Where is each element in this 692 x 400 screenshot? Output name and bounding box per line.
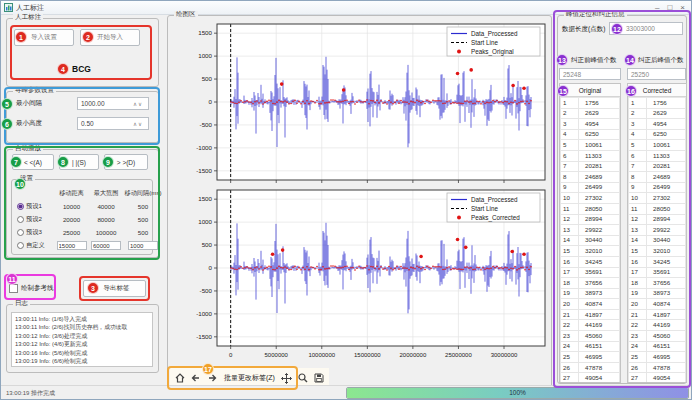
table-row[interactable]: 1027302 <box>561 193 620 204</box>
table-row[interactable]: 46250 <box>561 129 620 140</box>
svg-text:1000: 1000 <box>198 218 212 225</box>
custom-interval-input[interactable] <box>128 241 158 250</box>
preset2-range: 80000 <box>89 216 123 223</box>
table-row[interactable]: 1938973 <box>561 288 620 299</box>
table-row[interactable]: 1128050 <box>629 203 686 214</box>
table-row[interactable]: 1837656 <box>629 278 686 289</box>
table-row[interactable]: 720281 <box>629 161 686 172</box>
table-row[interactable]: 2446151 <box>629 341 686 352</box>
table-row[interactable]: 22629 <box>561 108 620 119</box>
table-row[interactable]: 2647878 <box>629 362 686 373</box>
table-row[interactable]: 824689 <box>561 172 620 183</box>
pan-icon[interactable] <box>281 372 293 384</box>
table-row[interactable]: 2647878 <box>561 362 620 373</box>
table-row[interactable]: 1329922 <box>561 225 620 236</box>
minimize-button[interactable]: – <box>655 4 659 12</box>
ref-line-checkbox[interactable] <box>9 284 18 293</box>
svg-text:20000000: 20000000 <box>400 352 427 358</box>
min-interval-spinner[interactable]: ∧∨ <box>133 101 143 107</box>
save-icon[interactable] <box>313 372 325 384</box>
table-row[interactable]: 1634245 <box>561 256 620 267</box>
table-row[interactable]: 1430440 <box>561 235 620 246</box>
table-row[interactable]: 1228994 <box>561 214 620 225</box>
table-row[interactable]: 510061 <box>561 140 620 151</box>
custom-distance-input[interactable] <box>57 241 87 250</box>
table-row[interactable]: 1634245 <box>629 256 686 267</box>
svg-text:Start Line: Start Line <box>471 205 498 212</box>
chart-bottom[interactable]: -1500-1000-50005001000150005000000100000… <box>184 185 549 363</box>
table-row[interactable]: 611303 <box>561 150 620 161</box>
custom-radio[interactable] <box>17 242 24 249</box>
table-row[interactable]: 46250 <box>629 129 686 140</box>
svg-text:10000000: 10000000 <box>308 352 335 358</box>
chart-top[interactable]: -1500-1000-500050010001500Data_Processed… <box>184 19 549 183</box>
table-row[interactable]: 1938973 <box>629 288 686 299</box>
corrected-table[interactable]: Corrected 117562262934954462505100616113… <box>627 83 687 383</box>
table-row[interactable]: 1532010 <box>561 246 620 257</box>
table-row[interactable]: 1228994 <box>629 214 686 225</box>
custom-range-input[interactable] <box>91 241 121 250</box>
original-table-header: Original <box>560 84 620 97</box>
table-row[interactable]: 1735691 <box>629 267 686 278</box>
close-button[interactable]: × <box>680 4 685 12</box>
table-row[interactable]: 34954 <box>561 119 620 130</box>
table-row[interactable]: 22629 <box>629 108 686 119</box>
min-height-spinner[interactable]: ∧∨ <box>133 121 143 127</box>
table-row[interactable]: 2546995 <box>561 352 620 363</box>
table-row[interactable]: 1837656 <box>561 278 620 289</box>
min-interval-label: 最小间隔 <box>16 100 42 107</box>
settings-header-distance: 移动距离 <box>54 189 89 198</box>
table-row[interactable]: 2040874 <box>629 299 686 310</box>
table-row[interactable]: 1329922 <box>629 225 686 236</box>
preset3-radio[interactable] <box>17 229 24 236</box>
home-icon[interactable] <box>174 372 186 384</box>
original-table[interactable]: Original 1175622629349544625051006161130… <box>559 83 621 383</box>
table-row[interactable]: 720281 <box>561 161 620 172</box>
table-row[interactable]: 1128050 <box>561 203 620 214</box>
table-row[interactable]: 611303 <box>629 150 686 161</box>
table-row[interactable]: 2040874 <box>561 299 620 310</box>
maximize-button[interactable]: □ <box>667 4 672 12</box>
table-row[interactable]: 926499 <box>629 182 686 193</box>
plot-group-title: 绘图区 <box>174 11 198 18</box>
table-row[interactable]: 34954 <box>629 119 686 130</box>
badge-5: 5 <box>1 98 13 110</box>
post-count-label: 纠正后峰值个数 <box>638 57 684 64</box>
corrected-table-body: 1175622629349544625051006161130372028182… <box>629 98 686 384</box>
svg-text:1500: 1500 <box>198 195 212 202</box>
log-list[interactable]: 13:00:11 Info: (1/6)导入完成13:00:11 Info: (… <box>11 312 153 367</box>
badge-12: 12 <box>611 23 623 35</box>
back-arrow-icon[interactable] <box>190 372 202 384</box>
table-row[interactable]: 1735691 <box>561 267 620 278</box>
settings-header-range: 最大范围 <box>89 189 123 198</box>
status-bar: 13:00:19 操作完成 100% <box>1 385 691 399</box>
table-row[interactable]: 824689 <box>629 172 686 183</box>
table-row[interactable]: 2345060 <box>561 331 620 342</box>
table-row[interactable]: 926499 <box>561 182 620 193</box>
table-row[interactable]: 2141897 <box>629 309 686 320</box>
post-count-field: 25250 <box>627 68 686 80</box>
batch-change-labels-button[interactable]: 批量更改标签(Z) <box>222 373 277 383</box>
table-row[interactable]: 1532010 <box>629 246 686 257</box>
ref-line-checkbox-row[interactable]: 绘制参考线 <box>9 284 54 293</box>
table-row[interactable]: 2749054 <box>629 373 686 383</box>
table-row[interactable]: 11756 <box>561 98 620 109</box>
table-row[interactable]: 2749054 <box>561 373 620 383</box>
table-row[interactable]: 2244169 <box>561 320 620 331</box>
table-row[interactable]: 1430440 <box>629 235 686 246</box>
zoom-icon[interactable] <box>297 372 309 384</box>
table-row[interactable]: 2141897 <box>561 309 620 320</box>
table-row[interactable]: 2446151 <box>561 341 620 352</box>
badge-7: 7 <box>10 156 22 168</box>
preset1-radio[interactable] <box>17 203 24 210</box>
table-row[interactable]: 11756 <box>629 98 686 109</box>
svg-text:Start Line: Start Line <box>471 39 498 46</box>
table-row[interactable]: 2546995 <box>629 352 686 363</box>
table-row[interactable]: 2345060 <box>629 331 686 342</box>
table-row[interactable]: 2244169 <box>629 320 686 331</box>
svg-text:500: 500 <box>202 75 213 82</box>
preset2-radio[interactable] <box>17 216 24 223</box>
table-row[interactable]: 1027302 <box>629 193 686 204</box>
table-row[interactable]: 510061 <box>629 140 686 151</box>
svg-text:Peaks_Original: Peaks_Original <box>471 48 514 56</box>
